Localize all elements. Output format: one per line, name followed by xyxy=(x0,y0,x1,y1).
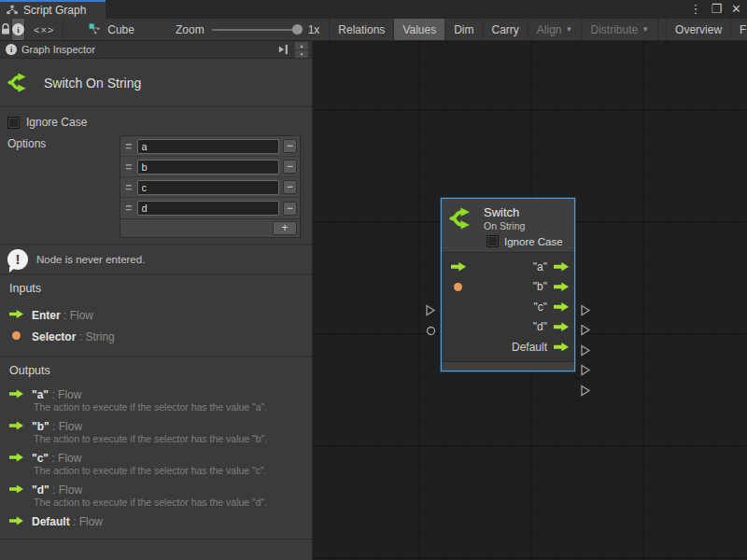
zoom-slider[interactable] xyxy=(212,29,301,31)
output-port-icon[interactable] xyxy=(554,322,569,332)
node-title-row: Switch On String xyxy=(0,59,312,107)
node-body: "a" "b" "c" "d" Default xyxy=(442,252,574,361)
lock-icon xyxy=(0,23,11,35)
panel-scroll-stepper[interactable]: ▲ ▼ xyxy=(295,42,308,58)
output-connection-stub-d[interactable] xyxy=(580,364,591,376)
edit-script-button[interactable]: <×> xyxy=(25,19,63,40)
scroll-up-icon[interactable]: ▲ xyxy=(295,42,308,49)
relations-button[interactable]: Relations xyxy=(329,19,394,40)
flow-arrow-icon xyxy=(9,484,23,494)
window-close-icon[interactable]: ✕ xyxy=(731,0,741,19)
zoom-label: Zoom xyxy=(176,23,204,36)
toolbar-buttons: Relations Values Dim Carry Align▼ Distri… xyxy=(329,19,747,40)
scroll-down-icon[interactable]: ▼ xyxy=(295,50,308,58)
ignore-case-checkbox[interactable] xyxy=(7,117,20,129)
output-port-icon[interactable] xyxy=(554,282,569,292)
enter-port-icon[interactable] xyxy=(451,261,466,272)
lock-button[interactable] xyxy=(0,19,12,40)
ignore-case-row: Ignore Case xyxy=(7,115,301,130)
option-input[interactable] xyxy=(137,180,279,195)
output-port-icon[interactable] xyxy=(554,261,569,272)
option-input[interactable] xyxy=(137,160,279,175)
zoom-slider-knob[interactable] xyxy=(292,24,303,35)
node-subtitle: On String xyxy=(484,220,525,231)
node-row-selector-b: "b" xyxy=(451,277,569,298)
output-port-icon[interactable] xyxy=(554,342,569,352)
align-dropdown[interactable]: Align▼ xyxy=(529,19,583,40)
options-list: = − = − = − = − xyxy=(120,135,301,238)
graph-breadcrumb-label: Cube xyxy=(107,23,134,36)
values-button[interactable]: Values xyxy=(394,19,445,40)
ignore-case-label: Ignore Case xyxy=(26,116,87,129)
drag-handle-icon[interactable]: = xyxy=(120,202,137,215)
node-ignore-case-row: Ignore Case xyxy=(486,235,567,247)
input-port-enter: Enter : Flow xyxy=(9,303,303,325)
distribute-dropdown[interactable]: Distribute▼ xyxy=(582,19,658,40)
fullscreen-button[interactable]: Full Screen xyxy=(731,19,747,40)
add-option-button[interactable]: + xyxy=(273,221,297,235)
zoom-value: 1x xyxy=(308,23,320,36)
zoom-control: Zoom 1x xyxy=(148,19,329,40)
info-icon: i xyxy=(6,44,17,55)
switch-on-string-node[interactable]: Switch On String Ignore Case "a" "b" "c" xyxy=(441,198,575,371)
output-connection-stub-b[interactable] xyxy=(580,324,591,336)
selector-connection-stub[interactable] xyxy=(426,326,436,336)
warning-text: Node is never entered. xyxy=(36,254,145,265)
graph-inspector-title: Graph Inspector xyxy=(21,44,273,55)
graph-inspector-header: i Graph Inspector ▲ ▼ xyxy=(0,41,312,59)
warning-box: ! Node is never entered. xyxy=(0,245,312,274)
option-item: = − xyxy=(120,198,300,218)
graph-breadcrumb[interactable]: Cube xyxy=(63,19,148,40)
selector-port-icon[interactable] xyxy=(454,283,462,291)
node-row-enter-a: "a" xyxy=(451,257,569,277)
outputs-section: Outputs "a" : Flow The action to execute… xyxy=(0,357,312,539)
overview-button[interactable]: Overview xyxy=(666,19,731,40)
remove-option-button[interactable]: − xyxy=(283,160,297,174)
option-item: = − xyxy=(120,157,300,177)
flow-arrow-icon xyxy=(9,310,23,319)
inspector-toggle-button[interactable]: i xyxy=(12,19,25,40)
node-header[interactable]: Switch On String Ignore Case xyxy=(442,199,574,252)
window-maximize-icon[interactable]: ❐ xyxy=(711,0,722,19)
flow-arrow-icon xyxy=(9,516,23,525)
drag-handle-icon[interactable]: = xyxy=(120,140,137,153)
output-port-c: "c" : Flow xyxy=(9,449,303,466)
output-port-d: "d" : Flow xyxy=(9,481,303,497)
tab-bar: Script Graph ⋮ ❐ ✕ xyxy=(0,0,747,19)
dock-panel-icon[interactable] xyxy=(277,44,290,55)
tab-script-graph[interactable]: Script Graph xyxy=(0,0,106,19)
remove-option-button[interactable]: − xyxy=(283,180,297,194)
outputs-heading: Outputs xyxy=(9,364,303,377)
enter-connection-stub[interactable] xyxy=(425,304,436,316)
window-menu-icon[interactable]: ⋮ xyxy=(689,0,701,19)
graph-icon xyxy=(88,22,102,36)
graph-canvas[interactable]: Switch On String Ignore Case "a" "b" "c" xyxy=(314,41,747,560)
option-input[interactable] xyxy=(137,139,279,154)
remove-option-button[interactable]: − xyxy=(283,139,297,153)
node-ignore-case-checkbox[interactable] xyxy=(486,235,499,247)
output-connection-stub-a[interactable] xyxy=(580,304,591,316)
info-icon: i xyxy=(12,23,24,35)
string-dot-icon xyxy=(12,331,21,340)
option-item: = − xyxy=(120,177,300,198)
node-properties-section: Ignore Case Options = − = − = xyxy=(0,107,312,245)
inspector-node-title: Switch On String xyxy=(44,76,141,91)
chevron-down-icon: ▼ xyxy=(566,25,573,34)
graph-toolbar: i <×> Cube Zoom 1x Relations Values Dim … xyxy=(0,19,747,41)
output-port-b: "b" : Flow xyxy=(9,417,303,434)
carry-button[interactable]: Carry xyxy=(484,19,529,40)
output-port-icon[interactable] xyxy=(554,301,569,312)
tab-label: Script Graph xyxy=(23,4,86,17)
option-input[interactable] xyxy=(137,201,279,216)
node-title: Switch xyxy=(484,205,525,219)
dim-button[interactable]: Dim xyxy=(445,19,483,40)
output-connection-stub-default[interactable] xyxy=(580,385,591,397)
drag-handle-icon[interactable]: = xyxy=(120,161,137,174)
graph-inspector-panel: i Graph Inspector ▲ ▼ Switch On String I… xyxy=(0,41,313,560)
window-controls: ⋮ ❐ ✕ xyxy=(689,0,741,19)
output-connection-stub-c[interactable] xyxy=(580,344,591,357)
input-port-selector: Selector : String xyxy=(9,325,303,346)
remove-option-button[interactable]: − xyxy=(283,202,297,216)
code-icon: <×> xyxy=(34,24,54,35)
drag-handle-icon[interactable]: = xyxy=(120,181,137,194)
